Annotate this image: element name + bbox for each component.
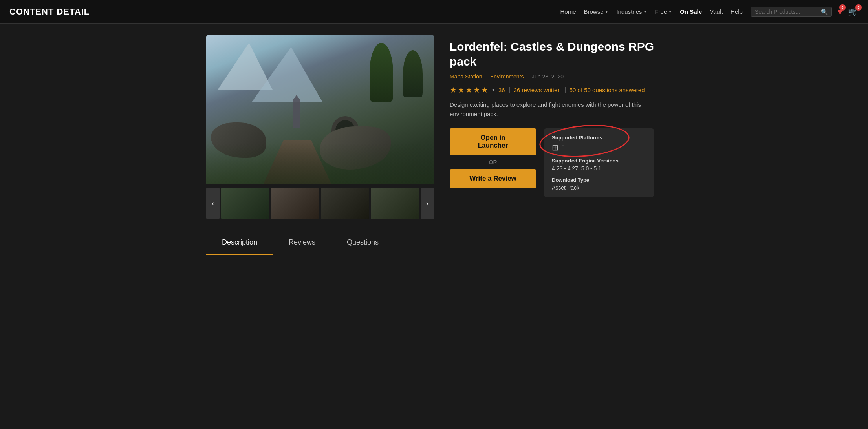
seller-link[interactable]: Mana Station — [450, 73, 482, 80]
category-link[interactable]: Environments — [490, 73, 524, 80]
cart-count: 0 — [855, 4, 862, 11]
star-4: ★ — [473, 85, 480, 95]
write-review-button[interactable]: Write a Review — [450, 169, 536, 188]
main-nav: Home Browse ▼ Industries ▼ Free ▼ On Sal… — [560, 8, 742, 15]
product-images: ‹ › — [206, 35, 434, 219]
download-label: Download Type — [552, 177, 646, 183]
open-in-launcher-button[interactable]: Open in Launcher — [450, 128, 536, 155]
thumbnail-3[interactable] — [321, 188, 369, 219]
next-thumbnail-button[interactable]: › — [421, 188, 434, 219]
wishlist-count: 0 — [839, 4, 846, 11]
engine-value: 4.23 - 4.27, 5.0 - 5.1 — [552, 165, 646, 172]
platform-box: Supported Platforms ⊞  Supported Engine… — [544, 128, 654, 197]
product-section: ‹ › Lordenfel: Castles & Dungeons RPG pa… — [206, 35, 662, 219]
nav-help[interactable]: Help — [731, 8, 743, 15]
rating-row: ★ ★ ★ ★ ★ ▾ 36 36 reviews written 50 of … — [450, 85, 662, 95]
search-bar[interactable]: 🔍 — [751, 7, 832, 17]
nav-on-sale[interactable]: On Sale — [680, 8, 702, 15]
nav-free[interactable]: Free ▼ — [655, 8, 672, 15]
browse-dropdown-arrow: ▼ — [605, 9, 609, 14]
platform-section: Supported Platforms ⊞  — [552, 135, 646, 152]
wishlist-button[interactable]: ♥ 0 — [837, 7, 842, 17]
thumbnail-strip: ‹ › — [206, 188, 434, 219]
industries-dropdown-arrow: ▼ — [643, 9, 647, 14]
prev-thumbnail-button[interactable]: ‹ — [206, 188, 220, 219]
castle-tower — [293, 100, 300, 128]
action-platform-row: Open in Launcher OR Write a Review Suppo… — [450, 128, 662, 197]
download-value[interactable]: Asset Pack — [552, 184, 646, 191]
site-logo: CONTENT DETAIL — [9, 7, 90, 17]
nav-browse[interactable]: Browse ▼ — [584, 8, 609, 15]
star-2: ★ — [458, 85, 465, 95]
tab-questions[interactable]: Questions — [331, 231, 394, 255]
star-3: ★ — [465, 85, 472, 95]
star-rating: ★ ★ ★ ★ ★ — [450, 85, 488, 95]
reviews-link[interactable]: 36 reviews written — [509, 87, 561, 93]
mac-icon:  — [562, 143, 564, 152]
image-background — [206, 35, 434, 184]
product-title: Lordenfel: Castles & Dungeons RPG pack — [450, 39, 662, 69]
thumbnail-4[interactable] — [371, 188, 419, 219]
mountain-decoration-2 — [252, 47, 322, 102]
nav-home[interactable]: Home — [560, 8, 576, 15]
rating-dropdown-arrow[interactable]: ▾ — [492, 87, 494, 93]
download-section: Download Type Asset Pack — [552, 177, 646, 191]
tabs-section: Description Reviews Questions — [206, 231, 662, 255]
action-buttons: Open in Launcher OR Write a Review — [450, 128, 536, 188]
product-date: Jun 23, 2020 — [532, 73, 564, 80]
product-info: Lordenfel: Castles & Dungeons RPG pack M… — [450, 35, 662, 219]
product-meta: Mana Station - Environments - Jun 23, 20… — [450, 73, 662, 80]
main-product-image[interactable] — [206, 35, 434, 184]
nav-industries[interactable]: Industries ▼ — [616, 8, 647, 15]
star-1: ★ — [450, 85, 457, 95]
tree-decoration — [370, 43, 393, 102]
free-dropdown-arrow: ▼ — [668, 9, 672, 14]
tabs-row: Description Reviews Questions — [206, 231, 662, 255]
nav-vault[interactable]: Vault — [710, 8, 723, 15]
tree-decoration-2 — [403, 50, 423, 97]
thumbnail-1[interactable] — [221, 188, 269, 219]
windows-icon: ⊞ — [552, 143, 559, 152]
thumbnail-2[interactable] — [271, 188, 319, 219]
qa-link[interactable]: 50 of 50 questions answered — [565, 87, 645, 93]
search-icon[interactable]: 🔍 — [821, 9, 828, 15]
engine-section: Supported Engine Versions 4.23 - 4.27, 5… — [552, 158, 646, 172]
platforms-label: Supported Platforms — [552, 135, 646, 141]
platform-icons: ⊞  — [552, 143, 646, 152]
or-divider: OR — [489, 159, 497, 165]
star-5: ★ — [481, 85, 488, 95]
tab-description[interactable]: Description — [206, 231, 273, 255]
header-icons: ♥ 0 🛒 0 — [837, 7, 859, 17]
rating-count[interactable]: 36 — [498, 87, 505, 93]
grass-overlay — [206, 143, 434, 184]
search-input[interactable] — [755, 9, 818, 15]
main-content: ‹ › Lordenfel: Castles & Dungeons RPG pa… — [198, 24, 670, 255]
cart-button[interactable]: 🛒 0 — [848, 7, 859, 17]
tab-reviews[interactable]: Reviews — [273, 231, 331, 255]
product-description: Design exciting places to explore and fi… — [450, 100, 646, 119]
engine-label: Supported Engine Versions — [552, 158, 646, 164]
